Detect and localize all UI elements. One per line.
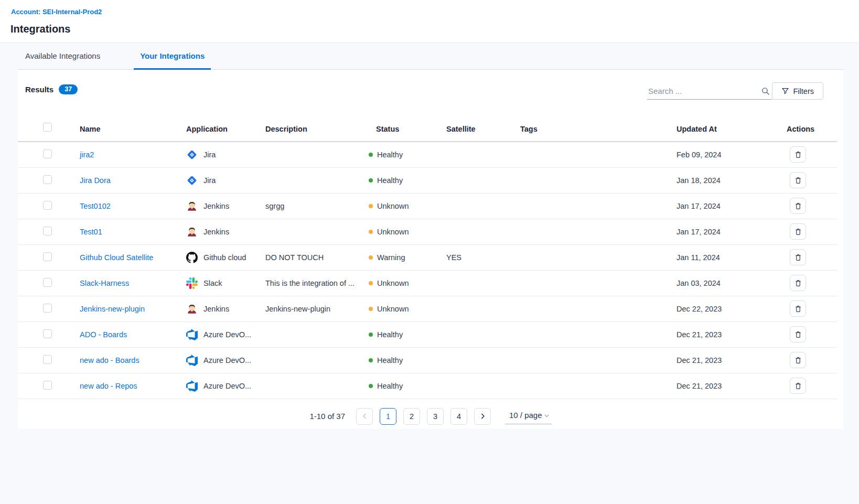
tags-cell <box>520 296 677 321</box>
search-input[interactable] <box>647 84 772 100</box>
table-row: Jira Dora <box>18 167 837 193</box>
satellite-cell <box>446 347 520 373</box>
previous-page-button[interactable] <box>356 408 373 425</box>
delete-integration-button[interactable] <box>790 249 806 265</box>
description-cell <box>265 373 369 399</box>
table-row: Github Cloud Satellite <box>18 244 837 270</box>
tags-cell <box>520 347 677 373</box>
select-all-checkbox[interactable] <box>43 123 52 132</box>
row-checkbox[interactable] <box>43 201 52 210</box>
status-label: Healthy <box>377 382 403 390</box>
column-header-description: Description <box>265 103 369 142</box>
table-row: Test0102 <box>18 193 837 219</box>
results-count-badge: 37 <box>59 84 78 94</box>
integration-name-link[interactable]: new ado - Boards <box>80 356 139 364</box>
table-row: jira2 <box>18 142 837 167</box>
tab-available-integrations[interactable]: Available Integrations <box>19 43 106 70</box>
tags-cell <box>520 219 677 244</box>
description-cell: DO NOT TOUCH <box>265 244 369 270</box>
tags-cell <box>520 244 677 270</box>
updated-at-cell: Dec 21, 2023 <box>677 347 787 373</box>
delete-integration-button[interactable] <box>790 223 806 240</box>
application-label: Jenkins <box>203 305 229 313</box>
table-row: Jenkins-new-plugin <box>18 296 837 321</box>
filters-button-label: Filters <box>793 87 814 95</box>
integration-name-link[interactable]: Test01 <box>80 228 102 236</box>
status-dot-icon <box>369 230 373 234</box>
tags-cell <box>520 321 677 347</box>
jira-icon <box>186 149 198 160</box>
next-page-button[interactable] <box>474 408 491 425</box>
integration-name-link[interactable]: ADO - Boards <box>80 330 127 339</box>
trash-icon <box>794 356 802 364</box>
row-checkbox[interactable] <box>43 381 52 390</box>
integration-name-link[interactable]: Jenkins-new-plugin <box>80 305 145 313</box>
filters-button[interactable]: Filters <box>772 82 823 100</box>
column-header-name: Name <box>80 103 186 142</box>
chevron-down-icon <box>544 413 550 419</box>
application-label: Slack <box>203 279 222 287</box>
tags-cell <box>520 373 677 399</box>
column-header-status: Status <box>369 103 446 142</box>
status-label: Unknown <box>377 202 409 210</box>
row-checkbox[interactable] <box>43 329 52 338</box>
integration-name-link[interactable]: Github Cloud Satellite <box>80 253 153 262</box>
page-button-2[interactable]: 2 <box>403 408 420 425</box>
status-label: Healthy <box>377 151 403 159</box>
integration-name-link[interactable]: Slack-Harness <box>80 279 129 287</box>
row-checkbox[interactable] <box>43 175 52 184</box>
description-cell: sgrgg <box>265 193 369 219</box>
pagination-pages: 1234 <box>380 408 467 425</box>
row-checkbox[interactable] <box>43 355 52 364</box>
updated-at-cell: Dec 21, 2023 <box>677 373 787 399</box>
application-label: Azure DevO... <box>203 382 251 390</box>
page-button-1[interactable]: 1 <box>380 408 396 425</box>
delete-integration-button[interactable] <box>790 352 806 368</box>
azure-devops-icon <box>186 355 198 366</box>
table-row: Slack-Harness <box>18 270 837 296</box>
page-size-select[interactable]: 10 / page <box>505 409 552 424</box>
row-checkbox[interactable] <box>43 227 52 235</box>
integration-name-link[interactable]: jira2 <box>80 151 94 159</box>
delete-integration-button[interactable] <box>790 172 806 188</box>
integration-name-link[interactable]: new ado - Repos <box>80 382 137 390</box>
row-checkbox[interactable] <box>43 149 52 158</box>
status-label: Unknown <box>377 279 409 287</box>
status-dot-icon <box>369 333 373 337</box>
row-checkbox[interactable] <box>43 252 52 261</box>
page-button-3[interactable]: 3 <box>427 408 444 425</box>
delete-integration-button[interactable] <box>790 198 806 214</box>
integration-name-link[interactable]: Test0102 <box>80 202 111 210</box>
status-label: Healthy <box>377 176 403 185</box>
satellite-cell <box>446 373 520 399</box>
row-checkbox[interactable] <box>43 304 52 313</box>
account-breadcrumb-link[interactable]: Account: SEI-Internal-Prod2 <box>11 8 102 16</box>
integration-name-link[interactable]: Jira Dora <box>80 176 111 185</box>
satellite-cell <box>446 270 520 296</box>
application-label: Jira <box>203 151 216 159</box>
description-cell: Jenkins-new-plugin <box>265 296 369 321</box>
table-row: new ado - Boards <box>18 347 837 373</box>
description-cell <box>265 142 369 167</box>
pagination-range-label: 1-10 of 37 <box>309 412 345 421</box>
delete-integration-button[interactable] <box>790 275 806 291</box>
jenkins-icon <box>186 226 198 238</box>
azure-devops-icon <box>186 380 198 392</box>
column-header-actions: Actions <box>787 103 837 142</box>
page-button-4[interactable]: 4 <box>450 408 467 425</box>
satellite-cell: YES <box>446 244 520 270</box>
integrations-table-body: jira2 <box>18 142 837 399</box>
delete-integration-button[interactable] <box>790 301 806 317</box>
trash-icon <box>794 279 802 287</box>
application-label: Azure DevO... <box>203 356 251 364</box>
integrations-card: Results 37 Filters <box>18 70 843 428</box>
table-row: Test01 <box>18 219 837 244</box>
satellite-cell <box>446 321 520 347</box>
delete-integration-button[interactable] <box>790 378 806 394</box>
row-checkbox[interactable] <box>43 278 52 287</box>
delete-integration-button[interactable] <box>790 326 806 342</box>
trash-icon <box>794 305 802 313</box>
tab-your-integrations[interactable]: Your Integrations <box>134 43 211 70</box>
satellite-cell <box>446 219 520 244</box>
delete-integration-button[interactable] <box>790 146 806 163</box>
